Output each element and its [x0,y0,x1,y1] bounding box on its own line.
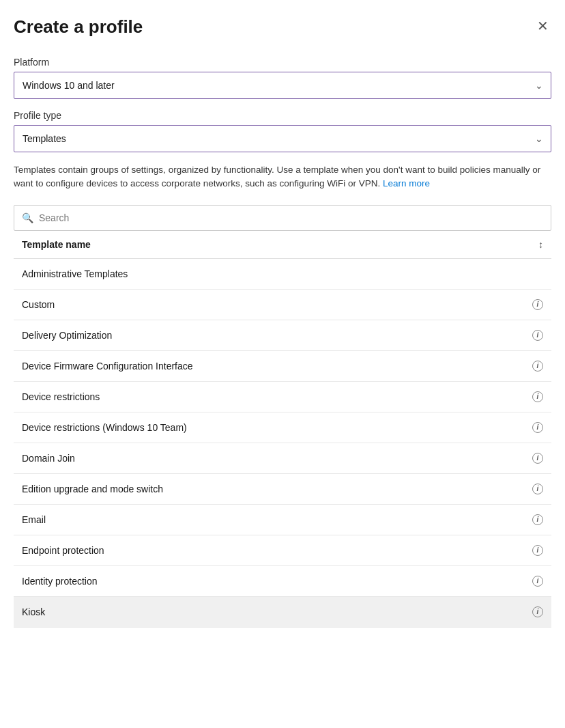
learn-more-link[interactable]: Learn more [383,178,430,188]
table-row[interactable]: Device restrictions (Windows 10 Team)i [14,412,551,443]
profile-type-label: Profile type [14,110,551,121]
table-row[interactable]: Customi [14,290,551,320]
table-row-name: Custom [22,299,528,310]
description-body-text: Templates contain groups of settings, or… [14,165,540,188]
table-row[interactable]: Device Firmware Configuration Interfacei [14,351,551,382]
info-icon[interactable]: i [532,545,543,556]
platform-label: Platform [14,57,551,68]
table-row-name: Delivery Optimization [22,330,528,341]
table-row-name: Edition upgrade and mode switch [22,484,528,494]
info-icon[interactable]: i [532,453,543,464]
search-input[interactable] [14,205,551,231]
profile-type-select-wrapper: TemplatesSettings catalogEndpoint securi… [14,125,551,152]
close-button[interactable]: ✕ [534,16,551,36]
info-icon[interactable]: i [532,576,543,587]
table-row[interactable]: Identity protectioni [14,566,551,597]
table-row-name: Administrative Templates [22,268,543,279]
info-icon[interactable]: i [532,361,543,372]
table-row[interactable]: Endpoint protectioni [14,535,551,566]
table-row-name: Device restrictions [22,391,528,402]
info-icon[interactable]: i [532,606,543,617]
info-icon[interactable]: i [532,330,543,341]
table-header-row: Template name ↕ [14,231,551,259]
sort-icon[interactable]: ↕ [538,239,543,250]
profile-type-section: Profile type TemplatesSettings catalogEn… [14,110,551,152]
info-icon[interactable]: i [532,391,543,402]
template-name-column-header: Template name [22,239,91,250]
platform-select-wrapper: Windows 10 and laterWindows 8.1 and earl… [14,72,551,99]
platform-section: Platform Windows 10 and laterWindows 8.1… [14,57,551,99]
table-row[interactable]: Edition upgrade and mode switchi [14,474,551,505]
info-icon[interactable]: i [532,422,543,433]
table-row[interactable]: Domain Joini [14,443,551,474]
table-row-name: Kiosk [22,606,528,617]
platform-select[interactable]: Windows 10 and laterWindows 8.1 and earl… [14,72,551,99]
info-icon[interactable]: i [532,484,543,494]
close-icon: ✕ [537,19,549,33]
table-row-name: Domain Join [22,453,528,464]
table-row[interactable]: Administrative Templates [14,259,551,290]
table-row[interactable]: Delivery Optimizationi [14,320,551,351]
table-row[interactable]: Kioski [14,597,551,628]
panel-header: Create a profile ✕ [14,16,551,38]
table-rows-container: Administrative TemplatesCustomiDelivery … [14,259,551,628]
page-title: Create a profile [14,16,143,38]
templates-table: Template name ↕ Administrative Templates… [14,231,551,628]
table-row-name: Device Firmware Configuration Interface [22,361,528,372]
table-row-name: Device restrictions (Windows 10 Team) [22,422,528,433]
table-row-name: Identity protection [22,576,528,587]
templates-description: Templates contain groups of settings, or… [14,163,551,191]
info-icon[interactable]: i [532,514,543,525]
search-wrapper: 🔍 [14,205,551,231]
profile-type-select[interactable]: TemplatesSettings catalogEndpoint securi… [14,125,551,152]
table-row[interactable]: Device restrictionsi [14,382,551,412]
table-row-name: Endpoint protection [22,545,528,556]
table-row[interactable]: Emaili [14,505,551,535]
create-profile-panel: Create a profile ✕ Platform Windows 10 a… [0,0,565,728]
info-icon[interactable]: i [532,299,543,310]
table-row-name: Email [22,514,528,525]
